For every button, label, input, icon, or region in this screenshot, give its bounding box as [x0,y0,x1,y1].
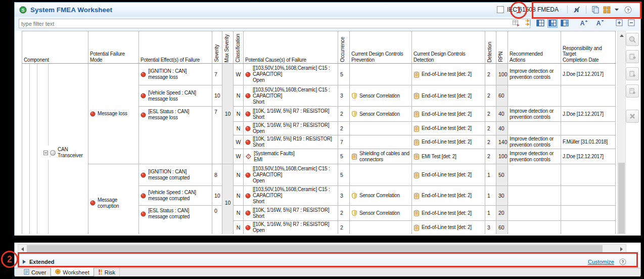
tree-collapse-icon[interactable] [43,151,48,155]
cell-effect[interactable]: [Vehicle Speed : CAN] message corrupted [139,186,212,206]
cell-resp[interactable] [561,221,616,235]
cell-prev[interactable] [350,64,412,85]
cell-cause[interactable]: [[103,50V,10%,1608,Ceramic] C15 : CAPACI… [244,186,338,206]
cell-prev[interactable] [350,221,412,235]
cell-occ[interactable]: 3 [338,186,350,206]
cell-detctrl[interactable]: End-of-Line test [det: 2] [412,221,485,235]
cell-det[interactable]: 2 [485,149,496,164]
cell-class[interactable]: N [234,122,244,135]
cell-effect[interactable]: [IGNITION : CAN] message loss [139,64,212,85]
col-header-prev[interactable]: Current Design Controls Prevention [350,31,412,64]
cell-effect[interactable]: [Vehicle Speed : CAN] message loss [139,85,212,107]
help-icon[interactable]: ? [618,257,627,266]
cell-occ[interactable]: 5 [338,149,350,164]
cell-class[interactable]: W [234,64,244,85]
cell-detctrl[interactable]: End-of-Line test [det: 2] [412,107,485,122]
table-view-standard-icon[interactable] [548,18,557,27]
cell-occ[interactable]: 3 [338,85,350,107]
cell-detctrl[interactable]: End-of-Line test [det: 2] [412,135,485,149]
col-header-rec[interactable]: Recommended Actions [508,31,561,64]
cell-rpn[interactable]: 100 [496,64,508,85]
cell-resp[interactable] [561,85,616,107]
cell-class[interactable]: N [234,206,244,221]
cell-detctrl[interactable]: End-of-Line test [det: 2] [412,85,485,107]
filter-input[interactable] [19,19,530,28]
cell-cause[interactable]: [[103,50V,10%,1608,Ceramic] C15 : CAPACI… [244,85,338,107]
col-header-detctrl[interactable]: Current Design Controls Detection [412,31,485,64]
cell-occ[interactable]: 2 [338,221,350,235]
cell-resp[interactable] [561,164,616,186]
extended-section-bar[interactable]: Extended Customize ? [15,254,640,269]
cell-class[interactable]: N [234,164,244,186]
cell-resp[interactable]: J.Doe [12.12.2017] [561,64,616,85]
add-prevention-control-button[interactable] [626,67,639,80]
cell-prev[interactable]: Shielding of cables and connectors [350,149,412,164]
cell-prev[interactable]: Sensor Correlation [350,206,412,221]
cell-component[interactable]: CAN Transceiver [22,64,88,235]
cell-fmode[interactable]: Message loss [88,64,139,164]
cell-resp[interactable] [561,206,616,221]
cell-prev[interactable]: Sensor Correlation [350,85,412,107]
cell-class[interactable]: N [234,85,244,107]
cell-effect[interactable]: [IGNITION : CAN] message corrupted [139,164,212,186]
cell-cause[interactable]: [[10K, 1/16W, 5%] R7 : RESISTOR] Open [244,221,338,235]
tab-worksheet[interactable]: Worksheet [51,268,94,276]
cell-class[interactable]: W [234,149,244,164]
col-header-fmode[interactable]: Potential Failure Mode [88,31,139,64]
cell-rpn[interactable]: 40 [496,122,508,135]
grid-view-icon[interactable] [602,5,611,14]
cell-resp[interactable]: F.Müller [31.01.2018] [561,135,616,149]
cell-rec[interactable]: Improve detection or prevention controls [508,64,561,85]
col-header-effect[interactable]: Potential Effect(s) of Failure [139,31,212,64]
paste-control-button[interactable] [626,50,639,63]
col-header-class[interactable]: Classification [234,31,244,64]
font-increase-icon[interactable]: A [579,18,588,27]
cell-rec[interactable] [508,164,561,186]
cell-rpn[interactable]: 40 [496,107,508,122]
col-header-maxsev[interactable]: Max Severity [222,31,234,64]
cell-maxsev[interactable]: 10 [222,64,234,164]
cell-class[interactable]: N [234,221,244,235]
vertical-scrollbar[interactable] [617,31,626,234]
col-header-component[interactable]: Component [22,31,88,64]
chevron-right-icon[interactable] [23,260,26,264]
hide-annotations-icon[interactable]: N [572,5,581,14]
export-table-icon[interactable] [512,18,521,27]
cell-occ[interactable]: 2 [338,122,350,135]
cell-prev[interactable] [350,135,412,149]
cell-det[interactable]: 3 [485,221,496,235]
col-header-resp[interactable]: Responsibility and Target Completion Dat… [561,31,616,64]
cell-maxsev[interactable]: 10 [222,164,234,235]
cell-detctrl[interactable]: End-of-Line test [det: 2] [412,164,485,186]
font-decrease-icon[interactable]: A [595,18,605,27]
scroll-up-icon[interactable] [618,31,625,39]
expand-all-icon[interactable] [615,18,624,27]
col-header-cause[interactable]: Potential Cause(s) of Failure [244,31,338,64]
cell-det[interactable]: 2 [485,122,496,135]
cell-detctrl[interactable]: EMI Test [det: 2] [412,149,485,164]
table-view-compact-icon[interactable] [536,18,545,27]
scroll-right-icon[interactable] [617,245,626,253]
cell-class[interactable]: W [234,135,244,149]
cell-resp[interactable]: J.Doe [12.12.2017] [561,149,616,164]
cell-cause[interactable]: [[103,50V,10%,1608,Ceramic] C15 : CAPACI… [244,64,338,85]
cell-rpn[interactable]: 20 [496,206,508,221]
fmeda-checkbox[interactable] [497,6,504,13]
col-header-rpn[interactable]: RPN [496,31,508,64]
cell-rec[interactable] [508,206,561,221]
zoom-selection-button[interactable] [626,33,639,46]
cell-det[interactable]: 2 [485,85,496,107]
cell-occ[interactable]: 2 [338,107,350,122]
cell-rpn[interactable]: 30 [496,186,508,206]
dropdown-caret-icon[interactable] [612,5,621,14]
cell-cause[interactable]: [[10K, 1/16W, 5%] R7 : RESISTOR] Short [244,107,338,122]
cell-cause[interactable]: [[103,50V,10%,1608,Ceramic] C15 : CAPACI… [244,164,338,186]
horizontal-scrollbar[interactable] [18,244,626,254]
copy-icon[interactable] [591,5,600,14]
horizontal-scrollbar-thumb[interactable] [27,245,603,253]
cell-det[interactable]: 2 [485,135,496,149]
cell-occ[interactable]: 5 [338,64,350,85]
scroll-left-icon[interactable] [18,245,27,253]
cell-occ[interactable]: 5 [338,164,350,186]
cell-prev[interactable] [350,164,412,186]
